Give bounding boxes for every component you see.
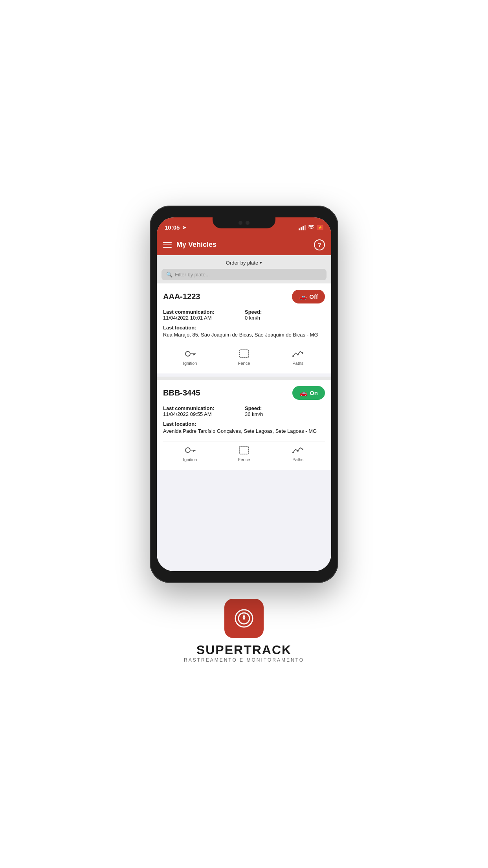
brand-logo xyxy=(224,599,264,638)
time-display: 10:05 xyxy=(165,224,180,231)
svg-point-14 xyxy=(297,450,299,452)
actions-row-1: Ignition Fence xyxy=(163,345,325,367)
order-row[interactable]: Order by plate ▾ xyxy=(161,258,327,269)
svg-point-0 xyxy=(185,351,190,356)
ignition-button-1[interactable]: Ignition xyxy=(178,348,202,366)
fence-icon-1 xyxy=(239,348,249,359)
last-comm-value-1: 11/04/2022 10:01 AM xyxy=(163,315,243,321)
battery-icon: ⚡ xyxy=(317,225,323,230)
ignition-button-2[interactable]: Ignition xyxy=(178,445,202,462)
car-icon: 🚗 xyxy=(299,293,307,300)
fence-icon-2 xyxy=(239,445,249,456)
location-arrow-icon: ➤ xyxy=(182,225,186,230)
brand-tagline: RASTREAMENTO E MONITORAMENTO xyxy=(184,657,304,663)
status-label-on: On xyxy=(310,390,318,396)
search-box[interactable]: 🔍 Filter by plate... xyxy=(161,269,327,280)
car-icon-2: 🚗 xyxy=(299,389,307,397)
notch-dot-right xyxy=(246,221,250,225)
status-badge-on: 🚗 On xyxy=(292,386,325,400)
signal-icon xyxy=(299,225,306,230)
phone-shell: 10:05 ➤ xyxy=(150,206,338,583)
card-header-2: BBB-3445 🚗 On xyxy=(163,386,325,400)
brand-section: SUPERTRACK RASTREAMENTO E MONITORAMENTO xyxy=(184,599,304,663)
paths-label-2: Paths xyxy=(292,457,303,462)
page-wrapper: 10:05 ➤ xyxy=(0,0,488,868)
search-input[interactable]: Filter by plate... xyxy=(175,272,210,278)
brand-name: SUPERTRACK xyxy=(196,643,292,657)
plate-bbb3445: BBB-3445 xyxy=(163,388,200,397)
menu-button[interactable] xyxy=(163,242,172,248)
actions-row-2: Ignition Fence xyxy=(163,441,325,463)
svg-point-5 xyxy=(292,355,294,357)
status-icons: ⚡ xyxy=(299,225,323,230)
last-comm-label-1: Last communication: xyxy=(163,309,243,315)
svg-point-6 xyxy=(297,354,299,355)
svg-point-13 xyxy=(292,452,294,453)
notch xyxy=(213,217,275,228)
fence-button-2[interactable]: Fence xyxy=(232,445,256,462)
scroll-content: AAA-1223 🚗 Off Last communication: 11/04… xyxy=(157,283,331,571)
key-icon-2 xyxy=(185,445,196,456)
search-icon: 🔍 xyxy=(166,272,172,278)
location-section-2: Last location: Avenida Padre Tarcísio Go… xyxy=(163,421,325,435)
filter-bar: Order by plate ▾ 🔍 Filter by plate... xyxy=(157,255,331,283)
info-grid-2: Last communication: 11/04/2022 09:55 AM … xyxy=(163,405,325,417)
speed-label-2: Speed: xyxy=(245,405,325,411)
location-value-1: Rua Marajó, 85, São Joaquim de Bicas, Sã… xyxy=(163,331,325,338)
status-badge-off: 🚗 Off xyxy=(292,290,325,303)
status-time: 10:05 ➤ xyxy=(165,224,186,231)
paths-icon-2 xyxy=(292,445,303,456)
order-label: Order by plate xyxy=(226,260,258,266)
nav-bar: My Vehicles ? xyxy=(157,235,331,255)
location-label-2: Last location: xyxy=(163,421,325,427)
card-header-1: AAA-1223 🚗 Off xyxy=(163,290,325,303)
notch-dot-left xyxy=(238,221,242,225)
svg-point-15 xyxy=(302,449,303,450)
paths-button-1[interactable]: Paths xyxy=(286,348,310,366)
speed-value-2: 36 km/h xyxy=(245,411,325,417)
svg-point-7 xyxy=(302,352,303,354)
location-value-2: Avenida Padre Tarcísio Gonçalves, Sete L… xyxy=(163,428,325,435)
nav-title: My Vehicles xyxy=(176,241,309,249)
phone-screen: 10:05 ➤ xyxy=(157,217,331,571)
wifi-icon xyxy=(308,225,314,230)
paths-label-1: Paths xyxy=(292,361,303,366)
vehicle-card-1: AAA-1223 🚗 Off Last communication: 11/04… xyxy=(157,283,331,373)
paths-button-2[interactable]: Paths xyxy=(286,445,310,462)
paths-icon-1 xyxy=(292,348,303,359)
help-button[interactable]: ? xyxy=(314,239,325,250)
status-label-off: Off xyxy=(309,293,318,300)
chevron-down-icon: ▾ xyxy=(260,260,262,265)
location-label-1: Last location: xyxy=(163,325,325,331)
speed-label-1: Speed: xyxy=(245,309,325,315)
fence-label-1: Fence xyxy=(238,361,250,366)
last-comm-label-2: Last communication: xyxy=(163,405,243,411)
fence-button-1[interactable]: Fence xyxy=(232,348,256,366)
last-comm-value-2: 11/04/2022 09:55 AM xyxy=(163,411,243,417)
svg-rect-12 xyxy=(240,446,248,454)
card-divider xyxy=(157,377,331,380)
location-section-1: Last location: Rua Marajó, 85, São Joaqu… xyxy=(163,325,325,338)
svg-rect-4 xyxy=(240,350,248,358)
fence-label-2: Fence xyxy=(238,457,250,462)
info-grid-1: Last communication: 11/04/2022 10:01 AM … xyxy=(163,309,325,321)
svg-point-8 xyxy=(185,448,190,452)
key-icon-1 xyxy=(185,348,196,359)
ignition-label-2: Ignition xyxy=(183,457,197,462)
svg-point-19 xyxy=(243,617,245,620)
ignition-label-1: Ignition xyxy=(183,361,197,366)
vehicle-card-2: BBB-3445 🚗 On Last communication: 11/04/… xyxy=(157,380,331,470)
speed-value-1: 0 km/h xyxy=(245,315,325,321)
plate-aaa1223: AAA-1223 xyxy=(163,292,200,301)
